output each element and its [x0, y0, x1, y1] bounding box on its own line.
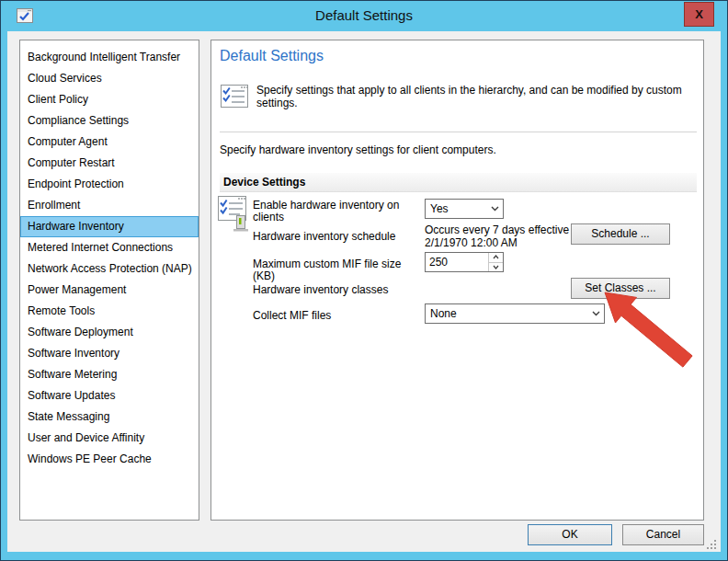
window-title: Default Settings: [1, 1, 727, 31]
spinner-buttons: [488, 253, 503, 271]
spinner-up-button[interactable]: [489, 253, 503, 262]
checklist-icon: [220, 81, 250, 111]
max-mif-file-size-label: Maximum custom MIF file size (KB): [253, 258, 424, 282]
hardware-inventory-description: Specify hardware inventory settings for …: [220, 143, 496, 156]
sidebar-item-background-intelligent-transfer[interactable]: Background Intelligent Transfer: [20, 47, 199, 68]
sidebar-item-hardware-inventory[interactable]: Hardware Inventory: [20, 216, 199, 237]
set-classes-button[interactable]: Set Classes ...: [571, 278, 670, 299]
selected-value: None: [426, 307, 587, 320]
settings-panel: Default Settings Specify settings that a…: [210, 40, 704, 521]
sidebar-item-computer-restart[interactable]: Computer Restart: [20, 153, 199, 174]
sidebar-item-metered-internet-connections[interactable]: Metered Internet Connections: [20, 237, 199, 258]
schedule-summary-text: Occurs every 7 days effective 2/1/1970 1…: [425, 223, 586, 249]
sidebar-item-remote-tools[interactable]: Remote Tools: [20, 301, 199, 322]
collect-mif-files-label: Collect MIF files: [253, 310, 424, 322]
sidebar-item-cloud-services[interactable]: Cloud Services: [20, 68, 199, 89]
sidebar-item-user-and-device-affinity[interactable]: User and Device Affinity: [20, 428, 199, 449]
chevron-down-icon: [587, 311, 604, 316]
device-settings-group-header: Device Settings: [220, 173, 697, 192]
cancel-button[interactable]: Cancel: [622, 524, 704, 545]
sidebar-item-endpoint-protection[interactable]: Endpoint Protection: [20, 174, 199, 195]
schedule-button[interactable]: Schedule ...: [571, 223, 670, 245]
chevron-down-icon: [486, 206, 503, 212]
resize-grip[interactable]: [705, 538, 716, 549]
hardware-inventory-schedule-label: Hardware inventory schedule: [253, 231, 424, 243]
page-title: Default Settings: [220, 48, 324, 64]
sidebar-item-state-messaging[interactable]: State Messaging: [20, 406, 199, 428]
sidebar-item-software-metering[interactable]: Software Metering: [20, 364, 199, 385]
sidebar-item-client-policy[interactable]: Client Policy: [20, 89, 199, 110]
intro-text: Specify settings that apply to all clien…: [256, 81, 698, 111]
title-bar[interactable]: Default Settings X: [1, 1, 727, 31]
group-title: Device Settings: [220, 173, 697, 192]
sidebar-item-software-updates[interactable]: Software Updates: [20, 385, 199, 406]
sidebar-item-computer-agent[interactable]: Computer Agent: [20, 132, 199, 153]
sidebar-item-software-inventory[interactable]: Software Inventory: [20, 343, 199, 364]
close-button[interactable]: X: [684, 2, 714, 27]
spinner-down-button[interactable]: [489, 262, 503, 272]
sidebar-item-network-access-protection[interactable]: Network Access Protection (NAP): [20, 258, 199, 280]
collect-mif-files-select[interactable]: None: [425, 303, 605, 324]
sidebar-item-compliance-settings[interactable]: Compliance Settings: [20, 110, 199, 132]
settings-category-list: Background Intelligent Transfer Cloud Se…: [19, 40, 199, 521]
spinner-value: 250: [426, 253, 488, 271]
hardware-inventory-classes-label: Hardware inventory classes: [253, 284, 424, 296]
sidebar-item-windows-pe-peer-cache[interactable]: Windows PE Peer Cache: [20, 449, 199, 470]
ok-button[interactable]: OK: [528, 524, 612, 545]
sidebar-item-power-management[interactable]: Power Management: [20, 280, 199, 301]
default-settings-dialog: Default Settings X Background Intelligen…: [0, 0, 728, 561]
device-settings-icon: [216, 193, 253, 235]
enable-hardware-inventory-select[interactable]: Yes: [425, 199, 504, 219]
max-mif-file-size-spinner[interactable]: 250: [425, 252, 504, 272]
dialog-content: Background Intelligent Transfer Cloud Se…: [7, 31, 721, 552]
sidebar-item-software-deployment[interactable]: Software Deployment: [20, 322, 199, 343]
sidebar-item-enrollment[interactable]: Enrollment: [20, 195, 199, 216]
separator: [220, 132, 697, 132]
selected-value: Yes: [426, 202, 486, 215]
enable-hardware-inventory-label: Enable hardware inventory on clients: [253, 200, 424, 223]
